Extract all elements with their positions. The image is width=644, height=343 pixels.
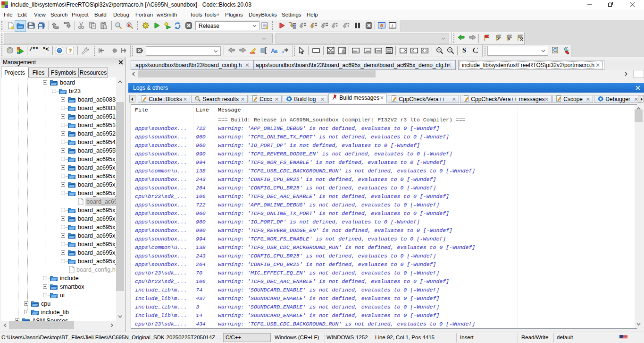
svg-text:?: ? bbox=[69, 48, 72, 53]
svg-text:a: a bbox=[275, 48, 278, 54]
svg-text:R: R bbox=[128, 23, 131, 27]
